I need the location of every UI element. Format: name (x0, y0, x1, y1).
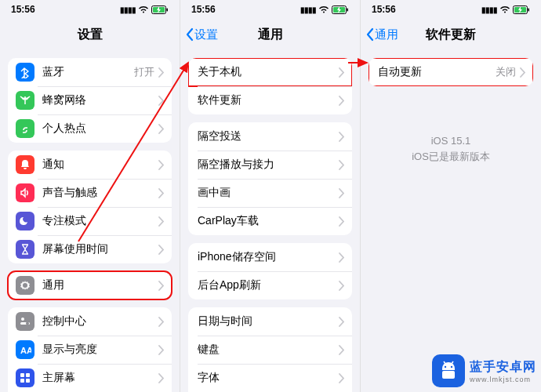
row-sounds[interactable]: 声音与触感 (8, 179, 172, 207)
watermark-url: www.lmkjst.com (470, 376, 536, 383)
watermark: 蓝手安卓网 www.lmkjst.com (432, 354, 536, 387)
battery-icon (151, 5, 169, 14)
gear-icon (16, 276, 34, 295)
chevron-right-icon (158, 160, 164, 170)
phone-settings: 15:56 ▮▮▮▮ 设置 蓝牙打开蜂窝网络个人热点通知声音与触感专注模式屏幕使… (0, 0, 180, 392)
svg-rect-9 (20, 379, 24, 383)
row-software-update[interactable]: 软件更新 (188, 86, 352, 114)
status-bar: 15:56 ▮▮▮▮ (180, 0, 360, 19)
settings-group: 蓝牙打开蜂窝网络个人热点 (8, 58, 172, 143)
watermark-text: 蓝手安卓网 (470, 359, 536, 376)
row-carplay[interactable]: CarPlay车载 (188, 207, 352, 235)
row-airplay[interactable]: 隔空播放与接力 (188, 151, 352, 179)
svg-line-31 (452, 361, 453, 364)
row-label: 后台App刷新 (198, 278, 338, 292)
back-label: 通用 (375, 27, 398, 42)
settings-group: iPhone储存空间后台App刷新 (188, 243, 352, 299)
row-label: 关于本机 (198, 65, 338, 79)
row-keyboard[interactable]: 键盘 (188, 336, 352, 364)
row-about[interactable]: 关于本机 (188, 58, 352, 86)
speaker-icon (16, 183, 34, 202)
row-display[interactable]: AA显示与亮度 (8, 336, 172, 364)
row-storage[interactable]: iPhone储存空间 (188, 243, 352, 271)
wifi-icon (318, 5, 329, 13)
status-time: 15:56 (372, 4, 396, 15)
row-control-center[interactable]: 控制中心 (8, 307, 172, 336)
signal-icon: ▮▮▮▮ (300, 5, 316, 14)
phone-general: 15:56 ▮▮▮▮ 设置 通用 关于本机软件更新隔空投送隔空播放与接力画中画C… (180, 0, 361, 392)
row-label: 主屏幕 (42, 371, 158, 385)
svg-point-27 (445, 366, 446, 368)
row-screentime[interactable]: 屏幕使用时间 (8, 235, 172, 263)
back-button[interactable]: 通用 (361, 27, 398, 42)
switches-icon (16, 312, 34, 331)
svg-rect-29 (442, 371, 455, 379)
row-hotspot[interactable]: 个人热点 (8, 114, 172, 143)
chevron-right-icon (338, 67, 344, 78)
row-label: 隔空播放与接力 (198, 158, 338, 172)
link-icon (16, 119, 34, 138)
row-pip[interactable]: 画中画 (188, 179, 352, 207)
phone-software-update: 15:56 ▮▮▮▮ 通用 软件更新 自动更新关闭iOS 15.1iOS已是最新… (361, 0, 541, 392)
row-airdrop[interactable]: 隔空投送 (188, 122, 352, 151)
chevron-right-icon (338, 188, 344, 198)
wifi-icon (138, 5, 149, 13)
settings-group: 自动更新关闭 (369, 58, 533, 86)
chevron-left-icon (365, 27, 375, 42)
chevron-right-icon (158, 281, 164, 291)
status-icons: ▮▮▮▮ (120, 5, 169, 14)
textsize-icon: AA (16, 340, 34, 359)
chevron-right-icon (338, 373, 344, 383)
battery-icon (332, 5, 349, 14)
row-label: 键盘 (198, 343, 338, 357)
row-label: 控制中心 (42, 314, 158, 328)
svg-point-5 (26, 322, 29, 325)
row-label: 声音与触感 (42, 186, 158, 200)
row-label: 软件更新 (198, 93, 338, 107)
row-cellular[interactable]: 蜂窝网络 (8, 86, 172, 114)
row-auto-update[interactable]: 自动更新关闭 (369, 58, 533, 86)
chevron-right-icon (338, 160, 344, 170)
battery-icon (513, 5, 530, 14)
row-label: iPhone储存空间 (198, 250, 338, 264)
chevron-right-icon (158, 124, 164, 134)
row-focus[interactable]: 专注模式 (8, 207, 172, 235)
settings-group: 控制中心AA显示与亮度主屏幕辅助功能墙纸Siri与搜索 (8, 307, 172, 392)
update-list: 自动更新关闭iOS 15.1iOS已是最新版本 (361, 50, 541, 392)
status-bar: 15:56 ▮▮▮▮ (361, 0, 541, 19)
row-general[interactable]: 通用 (8, 271, 172, 299)
row-notifications[interactable]: 通知 (8, 151, 172, 179)
row-fonts[interactable]: 字体 (188, 364, 352, 392)
antenna-icon (16, 91, 34, 110)
svg-text:AA: AA (20, 346, 31, 355)
svg-rect-21 (347, 8, 349, 11)
chevron-right-icon (158, 67, 164, 78)
nav-bar: 设置 (0, 19, 180, 50)
row-bluetooth[interactable]: 蓝牙打开 (8, 58, 172, 86)
chevron-right-icon (158, 345, 164, 355)
row-home-screen[interactable]: 主屏幕 (8, 364, 172, 392)
row-value: 关闭 (496, 65, 516, 79)
hourglass-icon (16, 240, 34, 259)
row-label: 专注模式 (42, 214, 158, 228)
settings-list: 蓝牙打开蜂窝网络个人热点通知声音与触感专注模式屏幕使用时间通用控制中心AA显示与… (0, 50, 180, 392)
svg-point-3 (21, 318, 24, 321)
status-bar: 15:56 ▮▮▮▮ (0, 0, 180, 19)
row-date-time[interactable]: 日期与时间 (188, 307, 352, 336)
update-status-text: iOS 15.1iOS已是最新版本 (361, 133, 541, 164)
nav-bar: 通用 软件更新 (361, 19, 541, 50)
row-label: 自动更新 (378, 65, 496, 79)
chevron-left-icon (185, 27, 194, 42)
chevron-right-icon (158, 317, 164, 327)
status-time: 15:56 (11, 4, 35, 15)
row-value: 打开 (134, 65, 154, 79)
chevron-right-icon (158, 373, 164, 383)
signal-icon: ▮▮▮▮ (481, 5, 497, 14)
row-background-refresh[interactable]: 后台App刷新 (188, 271, 352, 299)
settings-group: 隔空投送隔空播放与接力画中画CarPlay车载 (188, 122, 352, 235)
chevron-right-icon (338, 345, 344, 355)
row-label: CarPlay车载 (198, 214, 338, 228)
watermark-logo-icon (432, 354, 465, 387)
svg-point-28 (451, 366, 452, 368)
back-button[interactable]: 设置 (180, 27, 218, 42)
